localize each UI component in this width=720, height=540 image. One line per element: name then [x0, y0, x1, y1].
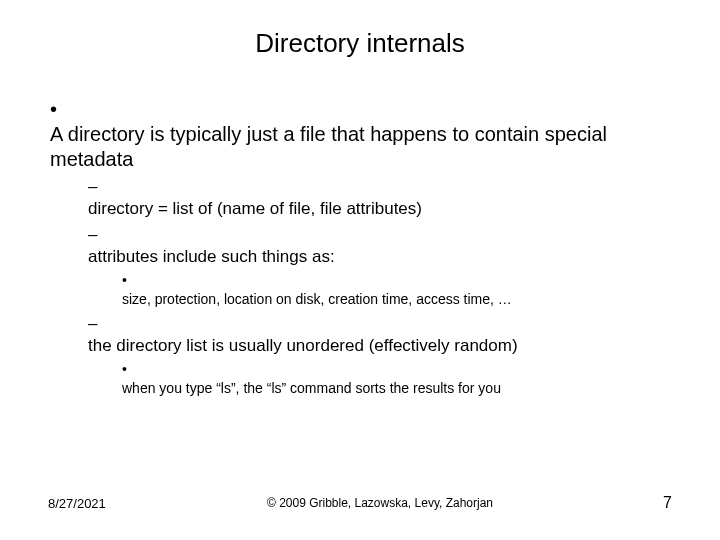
bullet-text: the directory list is usually unordered …	[88, 335, 660, 357]
bullet-level3: • size, protection, location on disk, cr…	[122, 271, 680, 309]
slide-footer: 8/27/2021 © 2009 Gribble, Lazowska, Levy…	[0, 494, 720, 512]
bullet-level2: – directory = list of (name of file, fil…	[88, 176, 680, 220]
bullet-level2: – the directory list is usually unordere…	[88, 313, 680, 357]
dash-marker: –	[88, 313, 108, 335]
bullet-text: size, protection, location on disk, crea…	[122, 290, 664, 309]
bullet-level3: • when you type “ls”, the “ls” command s…	[122, 360, 680, 398]
bullet-text: directory = list of (name of file, file …	[88, 198, 660, 220]
dash-marker: –	[88, 224, 108, 246]
bullet-level2: – attributes include such things as:	[88, 224, 680, 268]
bullet-level1: • A directory is typically just a file t…	[50, 97, 680, 172]
dash-marker: –	[88, 176, 108, 198]
footer-date: 8/27/2021	[48, 496, 128, 511]
bullet-marker: •	[122, 271, 138, 290]
bullet-text: when you type “ls”, the “ls” command sor…	[122, 379, 664, 398]
bullet-marker: •	[50, 97, 78, 122]
slide-title: Directory internals	[40, 28, 680, 59]
bullet-text: A directory is typically just a file tha…	[50, 122, 652, 172]
bullet-text: attributes include such things as:	[88, 246, 660, 268]
footer-page-number: 7	[632, 494, 672, 512]
bullet-marker: •	[122, 360, 138, 379]
footer-copyright: © 2009 Gribble, Lazowska, Levy, Zahorjan	[128, 496, 632, 510]
